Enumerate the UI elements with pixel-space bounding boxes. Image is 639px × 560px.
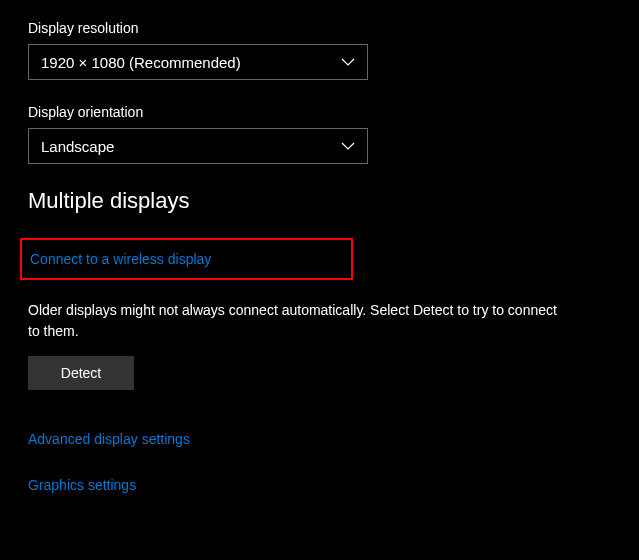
display-orientation-value: Landscape [41, 138, 114, 155]
display-resolution-label: Display resolution [28, 20, 611, 36]
multiple-displays-heading: Multiple displays [28, 188, 611, 214]
advanced-display-settings-link[interactable]: Advanced display settings [28, 431, 190, 447]
chevron-down-icon [341, 141, 355, 151]
display-resolution-value: 1920 × 1080 (Recommended) [41, 54, 241, 71]
display-resolution-dropdown[interactable]: 1920 × 1080 (Recommended) [28, 44, 368, 80]
display-orientation-label: Display orientation [28, 104, 611, 120]
graphics-settings-link[interactable]: Graphics settings [28, 477, 136, 493]
connect-wireless-display-link[interactable]: Connect to a wireless display [30, 251, 211, 267]
display-orientation-dropdown[interactable]: Landscape [28, 128, 368, 164]
highlighted-connect-box: Connect to a wireless display [20, 238, 353, 280]
chevron-down-icon [341, 57, 355, 67]
detect-info-text: Older displays might not always connect … [28, 300, 568, 342]
detect-button[interactable]: Detect [28, 356, 134, 390]
